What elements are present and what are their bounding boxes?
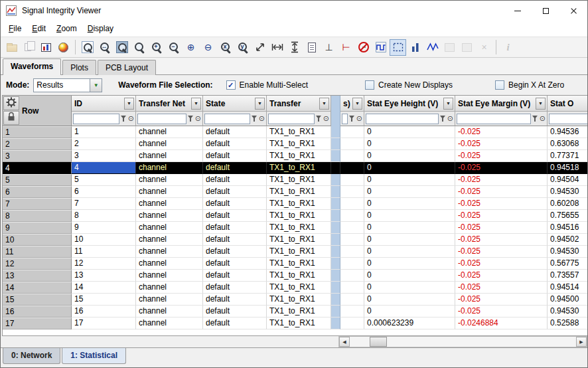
cell-state[interactable]: default [203, 282, 267, 294]
cell-s[interactable] [340, 186, 364, 198]
cell-margin[interactable]: -0.025 [455, 210, 548, 222]
row-header-cell[interactable]: 10 [3, 234, 72, 246]
cell-margin[interactable]: -0.0246884 [455, 318, 548, 329]
delete-markers-icon[interactable] [355, 39, 372, 56]
cell-net[interactable]: channel [136, 162, 203, 174]
cell-net[interactable]: channel [136, 150, 203, 162]
table-row[interactable]: 44channeldefaultTX1_to_RX10-0.0250.94518 [3, 162, 587, 174]
tab-waveforms[interactable]: Waveforms [3, 58, 61, 75]
column-menu-button[interactable]: ▼ [124, 98, 134, 110]
table-row[interactable]: 77channeldefaultTX1_to_RX10-0.0250.60208 [3, 198, 587, 210]
filter-funnel-icon[interactable] [188, 115, 194, 122]
cell-stato[interactable]: 0.94514 [548, 282, 587, 294]
cell-s[interactable] [340, 270, 364, 282]
scroll-right-button[interactable]: ▶ [576, 337, 587, 347]
cell-margin[interactable]: -0.025 [455, 234, 548, 246]
cell-transfer[interactable]: TX1_to_RX1 [267, 234, 331, 246]
cell-transfer[interactable]: TX1_to_RX1 [267, 282, 331, 294]
cell-id[interactable]: 17 [72, 318, 136, 329]
cell-transfer[interactable]: TX1_to_RX1 [267, 258, 331, 270]
column-menu-button[interactable]: ▼ [352, 98, 362, 110]
tab-pcb-layout[interactable]: PCB Layout [98, 60, 156, 75]
cell-stato[interactable]: 0.77371 [548, 150, 587, 162]
checkbox-box[interactable]: ✓ [226, 80, 236, 90]
cell-stato[interactable]: 0.94518 [548, 162, 587, 174]
cell-stato[interactable]: 0.60208 [548, 198, 587, 210]
cell-height[interactable]: 0 [364, 150, 455, 162]
cell-height[interactable]: 0 [364, 282, 455, 294]
filter-clear-icon[interactable]: ⊙ [356, 115, 362, 122]
cell-id[interactable]: 14 [72, 282, 136, 294]
table-body[interactable]: 11channeldefaultTX1_to_RX10-0.0250.94536… [3, 126, 587, 335]
cell-id[interactable]: 10 [72, 234, 136, 246]
menu-edit[interactable]: Edit [27, 22, 51, 35]
cell-s[interactable] [340, 258, 364, 270]
chevron-down-icon[interactable]: ▼ [90, 79, 102, 92]
row-header-cell[interactable]: 13 [3, 270, 72, 282]
row-header-cell[interactable]: 11 [3, 246, 72, 258]
cell-net[interactable]: channel [136, 198, 203, 210]
cell-stato[interactable]: 0.94530 [548, 246, 587, 258]
filter-input[interactable] [366, 114, 439, 124]
row-header-cell[interactable]: 8 [3, 210, 72, 222]
filter-clear-icon[interactable]: ⊙ [195, 115, 201, 122]
menu-display[interactable]: Display [82, 22, 119, 35]
column-header-transfer[interactable]: Transfer▼ [267, 96, 331, 112]
cell-id[interactable]: 15 [72, 294, 136, 306]
cell-net[interactable]: channel [136, 258, 203, 270]
table-row[interactable]: 1717channeldefaultTX1_to_RX10.000623239-… [3, 318, 587, 329]
cell-state[interactable]: default [203, 318, 267, 329]
row-header-cell[interactable]: 1 [3, 126, 72, 138]
cell-stato[interactable]: 0.73557 [548, 270, 587, 282]
checkbox-box[interactable] [365, 80, 374, 90]
cell-net[interactable]: channel [136, 222, 203, 234]
cell-id[interactable]: 3 [72, 150, 136, 162]
table-row[interactable]: 11channeldefaultTX1_to_RX10-0.0250.94536 [3, 126, 587, 138]
cell-stato[interactable]: 0.94536 [548, 126, 587, 138]
filter-funnel-icon[interactable] [532, 115, 538, 122]
column-header-id[interactable]: ID▼ [72, 96, 136, 112]
cell-transfer[interactable]: TX1_to_RX1 [267, 222, 331, 234]
cell-height[interactable]: 0 [364, 294, 455, 306]
cell-transfer[interactable]: TX1_to_RX1 [267, 138, 331, 150]
cell-transfer[interactable]: TX1_to_RX1 [267, 270, 331, 282]
cell-stato[interactable]: 0.56775 [548, 258, 587, 270]
filter-funnel-icon[interactable] [252, 115, 257, 122]
minimize-button[interactable] [504, 1, 532, 21]
cell-state[interactable]: default [203, 270, 267, 282]
cell-s[interactable] [340, 282, 364, 294]
cell-id[interactable]: 11 [72, 246, 136, 258]
row-header-cell[interactable]: 14 [3, 282, 72, 294]
cell-state[interactable]: default [203, 294, 267, 306]
zoom-window-icon[interactable] [113, 39, 130, 56]
cell-margin[interactable]: -0.025 [455, 294, 548, 306]
cursor-vertical-icon[interactable] [286, 39, 303, 56]
cell-s[interactable] [340, 126, 364, 138]
cell-id[interactable]: 5 [72, 174, 136, 186]
cell-margin[interactable]: -0.025 [455, 222, 548, 234]
zoom-x-axis-icon[interactable]: x [217, 39, 234, 56]
cell-transfer[interactable]: TX1_to_RX1 [267, 150, 331, 162]
table-row[interactable]: 22channeldefaultTX1_to_RX10-0.0250.63068 [3, 138, 587, 150]
cell-id[interactable]: 6 [72, 186, 136, 198]
row-header-cell[interactable]: 7 [3, 198, 72, 210]
table-row[interactable]: 1010channeldefaultTX1_to_RX10-0.0250.945… [3, 234, 587, 246]
report-icon[interactable] [303, 39, 320, 56]
table-settings-button[interactable] [3, 96, 19, 110]
column-header-state[interactable]: State▼ [203, 96, 267, 112]
column-menu-button[interactable]: ▼ [443, 98, 453, 110]
column-menu-button[interactable]: ▼ [319, 98, 329, 110]
cell-net[interactable]: channel [136, 126, 203, 138]
checkbox-box[interactable] [495, 80, 504, 90]
horizontal-scrollbar[interactable]: ◀ ▶ [338, 336, 587, 347]
filter-clear-icon[interactable]: ⊙ [259, 115, 265, 122]
row-header-cell[interactable]: 6 [3, 186, 72, 198]
cell-margin[interactable]: -0.025 [455, 282, 548, 294]
cell-height[interactable]: 0.000623239 [364, 318, 455, 329]
cell-s[interactable] [340, 318, 364, 329]
cell-height[interactable]: 0 [364, 222, 455, 234]
cell-net[interactable]: channel [136, 294, 203, 306]
cell-stato[interactable]: 0.94502 [548, 234, 587, 246]
display-tab-1-statistical[interactable]: 1: Statistical [62, 348, 126, 364]
row-header-cell[interactable]: 12 [3, 258, 72, 270]
